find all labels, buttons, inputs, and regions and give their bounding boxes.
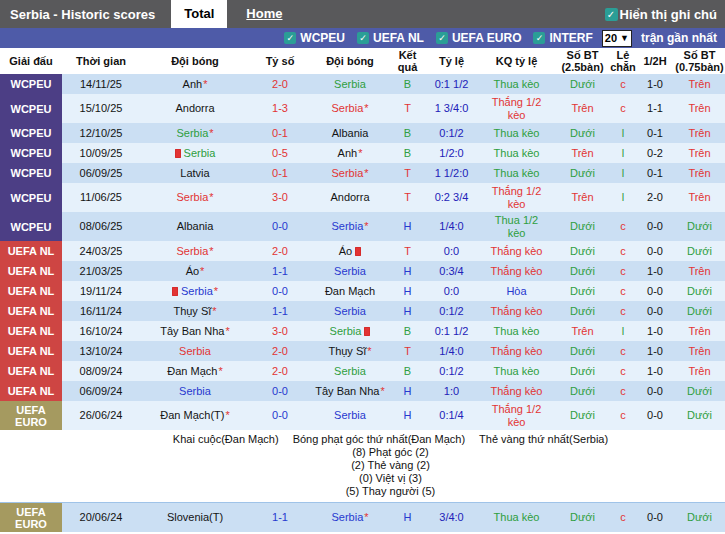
team-name: Áo	[339, 245, 352, 258]
league-cell: UEFA NL	[0, 301, 62, 321]
team-name: Serbia	[184, 147, 216, 160]
checkbox-checked-icon[interactable]: ✓	[533, 32, 545, 44]
date-cell: 20/06/24	[62, 503, 140, 532]
favorite-star: *	[200, 265, 204, 278]
league-cell: WCPEU	[0, 183, 62, 212]
date-cell: 26/06/24	[62, 401, 140, 430]
table-row: WCPEU11/06/25Serbia*3-0AndorraT0:2 3/4Th…	[0, 183, 725, 212]
half-time-score-cell: 1-0	[636, 341, 674, 361]
team-name: Serbia	[176, 191, 208, 204]
team-name: Latvia	[180, 167, 209, 180]
away-team: Anh*	[310, 143, 390, 163]
handicap-odds-cell: 0:1/2	[425, 361, 478, 381]
handicap-odds-cell: 1:0	[425, 381, 478, 401]
home-team: Anh*	[140, 74, 250, 94]
away-team: Serbia*	[310, 163, 390, 183]
handicap-odds-cell: 0:0	[425, 241, 478, 261]
handicap-result-cell: Thua kèo	[478, 123, 555, 143]
tab-total[interactable]: Total	[171, 0, 227, 28]
result-cell: B	[390, 361, 425, 381]
result-cell: H	[390, 503, 425, 532]
away-team: Serbia	[310, 261, 390, 281]
table-body: WCPEU14/11/25Anh*2-0SerbiaB0:1 1/2Thua k…	[0, 74, 725, 532]
odd-even-cell: c	[610, 94, 636, 123]
table-row: UEFA NL21/03/25Áo*1-1SerbiaH0:3/4Thắng k…	[0, 261, 725, 281]
home-team: Đan Mạch(T)*	[140, 401, 250, 430]
table-row: UEFA NL19/11/24Serbia*0-0Đan MạchH0:0Hòa…	[0, 281, 725, 301]
half-time-score-cell: 0-0	[636, 503, 674, 532]
team-name: Đan Mạch	[325, 285, 375, 298]
team-name: Albania	[177, 220, 214, 233]
score-cell: 1-1	[250, 261, 310, 281]
favorite-star: *	[225, 325, 229, 338]
team-name: Andorra	[175, 102, 214, 115]
half-time-score-cell: 0-0	[636, 241, 674, 261]
date-cell: 08/06/25	[62, 212, 140, 241]
league-cell: WCPEU	[0, 94, 62, 123]
score-cell: 3-0	[250, 321, 310, 341]
away-team: Thụy Sĩ*	[310, 341, 390, 361]
handicap-result-cell: Thua kèo	[478, 163, 555, 183]
filter-wcpeu[interactable]: ✓WCPEU	[284, 31, 345, 45]
checkbox-checked-icon[interactable]: ✓	[284, 32, 296, 44]
handicap-odds-cell: 0:1/2	[425, 123, 478, 143]
handicap-result-cell: Thắng kèo	[478, 261, 555, 281]
date-cell: 16/10/24	[62, 321, 140, 341]
result-cell: B	[390, 321, 425, 341]
recent-matches-label: trận gần nhất	[641, 31, 717, 45]
half-time-score-cell: 0-0	[636, 301, 674, 321]
over-under-2p5-cell: Trên	[555, 183, 610, 212]
favorite-star: *	[225, 409, 229, 422]
chevron-down-icon: ▼	[620, 34, 629, 43]
show-notes-toggle[interactable]: ✓ Hiển thị ghi chú	[605, 7, 725, 22]
filter-uefa-nl[interactable]: ✓UEFA NL	[357, 31, 424, 45]
date-cell: 10/09/25	[62, 143, 140, 163]
filter-uefa-euro[interactable]: ✓UEFA EURO	[436, 31, 522, 45]
favorite-star: *	[358, 147, 362, 160]
odd-even-cell: l	[610, 143, 636, 163]
match-count-select[interactable]: 20 ▼	[602, 30, 632, 47]
league-cell: UEFA NL	[0, 381, 62, 401]
match-count-value: 20	[605, 32, 617, 44]
score-cell: 2-0	[250, 241, 310, 261]
league-cell: WCPEU	[0, 143, 62, 163]
notes-stat-line: (8) Phạt góc (2)	[62, 446, 719, 459]
league-cell: UEFA EURO	[0, 401, 62, 430]
over-under-2p5-cell: Dưới	[555, 281, 610, 301]
checkbox-checked-icon[interactable]: ✓	[357, 32, 369, 44]
score-cell: 0-0	[250, 212, 310, 241]
team-name: Slovenia(T)	[167, 511, 223, 524]
over-under-0p75-cell: Dưới	[674, 381, 725, 401]
date-cell: 13/10/24	[62, 341, 140, 361]
handicap-odds-cell: 1/2:0	[425, 143, 478, 163]
checkbox-checked-icon[interactable]: ✓	[436, 32, 448, 44]
half-time-score-cell: 2-0	[636, 183, 674, 212]
team-name: Serbia	[179, 345, 211, 358]
filter-interf[interactable]: ✓INTERF	[533, 31, 592, 45]
away-team: Serbia	[310, 361, 390, 381]
handicap-result-cell: Thắng kèo	[478, 381, 555, 401]
score-cell: 1-1	[250, 301, 310, 321]
date-cell: 24/03/25	[62, 241, 140, 261]
column-header: Số BT (2.5bàn)	[555, 48, 610, 74]
odd-even-cell: c	[610, 361, 636, 381]
red-card-icon	[364, 327, 370, 336]
team-name: Serbia	[176, 245, 208, 258]
favorite-star: *	[209, 191, 213, 204]
over-under-0p75-cell: Trên	[674, 143, 725, 163]
checkbox-checked-icon[interactable]: ✓	[605, 8, 618, 21]
result-cell: H	[390, 281, 425, 301]
home-team: Slovenia(T)	[140, 503, 250, 532]
favorite-star: *	[214, 285, 218, 298]
league-cell: UEFA EURO	[0, 503, 62, 532]
handicap-result-cell: Thắng kèo	[478, 341, 555, 361]
team-name: Serbia	[331, 167, 363, 180]
half-time-score-cell: 0-0	[636, 381, 674, 401]
away-team: Albania	[310, 123, 390, 143]
over-under-2p5-cell: Trên	[555, 143, 610, 163]
handicap-odds-cell: 0:0	[425, 281, 478, 301]
odd-even-cell: c	[610, 261, 636, 281]
over-under-0p75-cell: Trên	[674, 94, 725, 123]
favorite-star: *	[209, 245, 213, 258]
tab-home[interactable]: Home	[233, 0, 295, 28]
